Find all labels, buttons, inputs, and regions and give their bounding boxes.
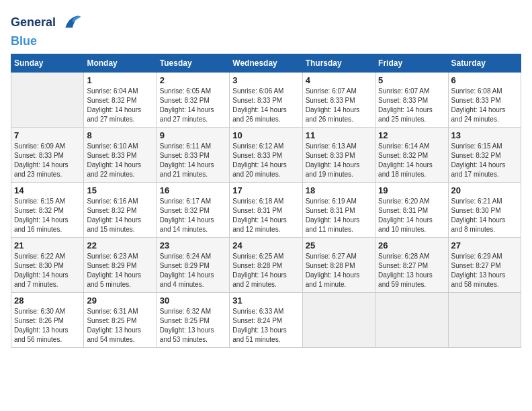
day-number: 12 [378, 130, 445, 140]
weekday-header-monday: Monday [84, 54, 157, 72]
day-number: 7 [14, 130, 81, 140]
calendar-cell: 30Sunrise: 6:32 AM Sunset: 8:25 PM Dayli… [157, 292, 229, 347]
calendar-cell: 24Sunrise: 6:25 AM Sunset: 8:28 PM Dayli… [230, 237, 302, 292]
day-info: Sunrise: 6:16 AM Sunset: 8:32 PM Dayligh… [87, 197, 153, 234]
day-info: Sunrise: 6:23 AM Sunset: 8:29 PM Dayligh… [87, 252, 153, 289]
calendar-cell: 27Sunrise: 6:29 AM Sunset: 8:27 PM Dayli… [448, 237, 521, 292]
calendar-cell: 9Sunrise: 6:11 AM Sunset: 8:33 PM Daylig… [157, 127, 229, 182]
day-info: Sunrise: 6:07 AM Sunset: 8:33 PM Dayligh… [306, 87, 372, 124]
calendar-cell: 8Sunrise: 6:10 AM Sunset: 8:33 PM Daylig… [84, 127, 157, 182]
day-info: Sunrise: 6:22 AM Sunset: 8:30 PM Dayligh… [14, 252, 81, 289]
day-number: 26 [378, 240, 445, 250]
calendar-cell: 19Sunrise: 6:20 AM Sunset: 8:31 PM Dayli… [375, 182, 448, 237]
day-number: 5 [378, 75, 445, 85]
day-info: Sunrise: 6:06 AM Sunset: 8:33 PM Dayligh… [232, 87, 299, 124]
calendar-week-row: 21Sunrise: 6:22 AM Sunset: 8:30 PM Dayli… [11, 237, 521, 292]
calendar-cell: 17Sunrise: 6:18 AM Sunset: 8:31 PM Dayli… [230, 182, 302, 237]
calendar-cell: 5Sunrise: 6:07 AM Sunset: 8:33 PM Daylig… [375, 72, 448, 127]
weekday-header-saturday: Saturday [448, 54, 521, 72]
calendar-cell: 1Sunrise: 6:04 AM Sunset: 8:32 PM Daylig… [84, 72, 157, 127]
day-info: Sunrise: 6:05 AM Sunset: 8:32 PM Dayligh… [160, 87, 226, 124]
day-number: 8 [87, 130, 153, 140]
calendar-cell: 28Sunrise: 6:30 AM Sunset: 8:26 PM Dayli… [11, 292, 84, 347]
calendar-cell: 15Sunrise: 6:16 AM Sunset: 8:32 PM Dayli… [84, 182, 157, 237]
day-number: 14 [14, 185, 81, 195]
calendar-body: 1Sunrise: 6:04 AM Sunset: 8:32 PM Daylig… [11, 72, 521, 347]
calendar-cell: 21Sunrise: 6:22 AM Sunset: 8:30 PM Dayli… [11, 237, 84, 292]
day-number: 17 [232, 185, 299, 195]
logo-text: General Blue [11, 11, 85, 48]
day-number: 31 [232, 295, 299, 306]
day-info: Sunrise: 6:30 AM Sunset: 8:26 PM Dayligh… [14, 307, 81, 345]
calendar-header: SundayMondayTuesdayWednesdayThursdayFrid… [11, 54, 521, 72]
calendar-cell [448, 292, 521, 347]
day-number: 18 [306, 185, 372, 195]
day-info: Sunrise: 6:24 AM Sunset: 8:29 PM Dayligh… [160, 252, 226, 289]
calendar-week-row: 7Sunrise: 6:09 AM Sunset: 8:33 PM Daylig… [11, 127, 521, 182]
weekday-header-sunday: Sunday [11, 54, 84, 72]
day-number: 10 [232, 130, 299, 140]
weekday-header-friday: Friday [375, 54, 448, 72]
calendar-cell: 7Sunrise: 6:09 AM Sunset: 8:33 PM Daylig… [11, 127, 84, 182]
calendar-cell [375, 292, 448, 347]
calendar-cell: 18Sunrise: 6:19 AM Sunset: 8:31 PM Dayli… [302, 182, 375, 237]
day-info: Sunrise: 6:31 AM Sunset: 8:25 PM Dayligh… [87, 307, 153, 345]
calendar-cell: 3Sunrise: 6:06 AM Sunset: 8:33 PM Daylig… [230, 72, 302, 127]
day-info: Sunrise: 6:25 AM Sunset: 8:28 PM Dayligh… [232, 252, 299, 289]
day-number: 13 [451, 130, 518, 140]
day-info: Sunrise: 6:08 AM Sunset: 8:33 PM Dayligh… [451, 87, 518, 124]
calendar-cell: 23Sunrise: 6:24 AM Sunset: 8:29 PM Dayli… [157, 237, 229, 292]
day-info: Sunrise: 6:32 AM Sunset: 8:25 PM Dayligh… [160, 307, 226, 345]
day-number: 30 [160, 295, 226, 306]
day-number: 29 [87, 295, 153, 306]
day-info: Sunrise: 6:15 AM Sunset: 8:32 PM Dayligh… [14, 197, 81, 234]
calendar-table: SundayMondayTuesdayWednesdayThursdayFrid… [11, 54, 521, 348]
calendar-cell: 2Sunrise: 6:05 AM Sunset: 8:32 PM Daylig… [157, 72, 229, 127]
day-info: Sunrise: 6:04 AM Sunset: 8:32 PM Dayligh… [87, 87, 153, 124]
day-info: Sunrise: 6:14 AM Sunset: 8:32 PM Dayligh… [378, 142, 445, 179]
day-number: 20 [451, 185, 518, 195]
calendar-cell: 13Sunrise: 6:15 AM Sunset: 8:32 PM Dayli… [448, 127, 521, 182]
day-info: Sunrise: 6:21 AM Sunset: 8:30 PM Dayligh… [451, 197, 518, 234]
day-info: Sunrise: 6:17 AM Sunset: 8:32 PM Dayligh… [160, 197, 226, 234]
day-number: 16 [160, 185, 226, 195]
weekday-header-wednesday: Wednesday [230, 54, 302, 72]
calendar-cell: 26Sunrise: 6:28 AM Sunset: 8:27 PM Dayli… [375, 237, 448, 292]
weekday-header-thursday: Thursday [302, 54, 375, 72]
day-info: Sunrise: 6:33 AM Sunset: 8:24 PM Dayligh… [232, 307, 299, 345]
calendar-cell: 4Sunrise: 6:07 AM Sunset: 8:33 PM Daylig… [302, 72, 375, 127]
day-info: Sunrise: 6:12 AM Sunset: 8:33 PM Dayligh… [232, 142, 299, 179]
day-number: 19 [378, 185, 445, 195]
day-info: Sunrise: 6:10 AM Sunset: 8:33 PM Dayligh… [87, 142, 153, 179]
day-number: 9 [160, 130, 226, 140]
day-number: 1 [87, 75, 153, 85]
day-number: 23 [160, 240, 226, 250]
calendar-cell [11, 72, 84, 127]
calendar-cell: 12Sunrise: 6:14 AM Sunset: 8:32 PM Dayli… [375, 127, 448, 182]
weekday-header-row: SundayMondayTuesdayWednesdayThursdayFrid… [11, 54, 521, 72]
logo-bird-icon [60, 11, 85, 35]
day-number: 3 [232, 75, 299, 85]
calendar-cell: 6Sunrise: 6:08 AM Sunset: 8:33 PM Daylig… [448, 72, 521, 127]
day-number: 25 [306, 240, 372, 250]
calendar-cell [302, 292, 375, 347]
day-info: Sunrise: 6:27 AM Sunset: 8:28 PM Dayligh… [306, 252, 372, 289]
day-info: Sunrise: 6:20 AM Sunset: 8:31 PM Dayligh… [378, 197, 445, 234]
day-info: Sunrise: 6:15 AM Sunset: 8:32 PM Dayligh… [451, 142, 518, 179]
calendar-week-row: 14Sunrise: 6:15 AM Sunset: 8:32 PM Dayli… [11, 182, 521, 237]
day-number: 15 [87, 185, 153, 195]
calendar-week-row: 1Sunrise: 6:04 AM Sunset: 8:32 PM Daylig… [11, 72, 521, 127]
day-number: 24 [232, 240, 299, 250]
day-info: Sunrise: 6:28 AM Sunset: 8:27 PM Dayligh… [378, 252, 445, 289]
day-number: 28 [14, 295, 81, 306]
weekday-header-tuesday: Tuesday [157, 54, 229, 72]
day-number: 27 [451, 240, 518, 250]
day-info: Sunrise: 6:13 AM Sunset: 8:33 PM Dayligh… [306, 142, 372, 179]
day-number: 11 [306, 130, 372, 140]
calendar-cell: 16Sunrise: 6:17 AM Sunset: 8:32 PM Dayli… [157, 182, 229, 237]
day-info: Sunrise: 6:18 AM Sunset: 8:31 PM Dayligh… [232, 197, 299, 234]
day-number: 22 [87, 240, 153, 250]
day-info: Sunrise: 6:11 AM Sunset: 8:33 PM Dayligh… [160, 142, 226, 179]
day-number: 4 [306, 75, 372, 85]
calendar-cell: 22Sunrise: 6:23 AM Sunset: 8:29 PM Dayli… [84, 237, 157, 292]
